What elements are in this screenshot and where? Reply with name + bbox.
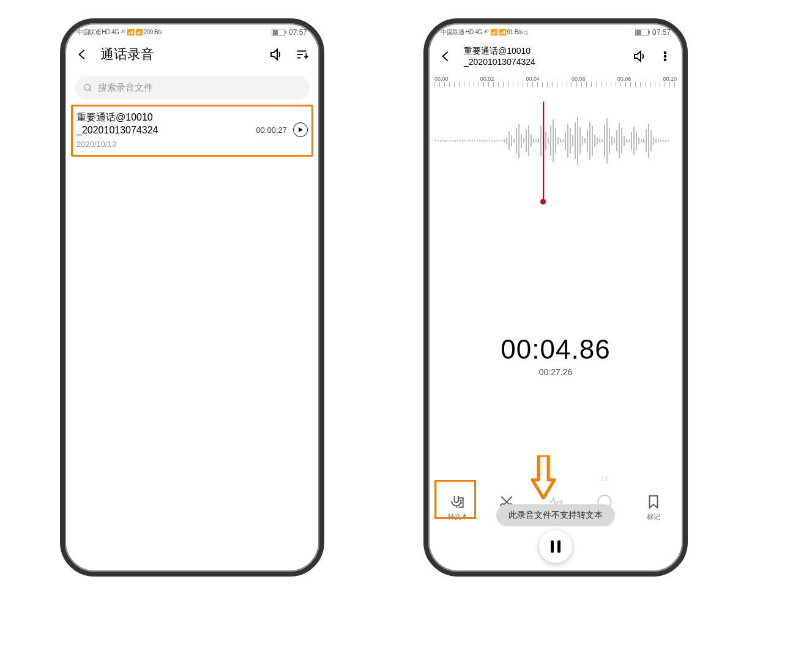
status-time: 07:57: [289, 28, 307, 37]
header: 重要通话@10010_20201013074324: [428, 37, 683, 76]
recording-name: 重要通话@10010 _20201013074324: [76, 111, 256, 137]
battery-icon: [635, 29, 649, 36]
page-title: 重要通话@10010_20201013074324: [464, 45, 622, 67]
status-carrier: 中国联通 HD 4G ⁴ᴳ 📶 📶 209 B/s: [77, 28, 162, 37]
sort-icon[interactable]: [294, 47, 310, 62]
volume-button: [323, 201, 324, 250]
svg-point-4: [665, 59, 666, 61]
back-icon[interactable]: [75, 47, 91, 62]
back-icon[interactable]: [438, 48, 454, 64]
search-icon: [83, 83, 93, 93]
header: 通话录音: [65, 37, 319, 72]
highlight-transcribe: [434, 480, 476, 519]
recording-list-item[interactable]: 重要通话@10010 _20201013074324 2020/10/13 00…: [71, 105, 313, 157]
phone-right: 中国联通 HD 4G ⁴ᴳ 📶 📶 91 B/s ◇ 07:57 重要通话@10…: [423, 18, 688, 577]
waveform: [434, 104, 677, 177]
waveform-area[interactable]: [428, 89, 683, 200]
status-bar: 中国联通 HD 4G ⁴ᴳ 📶 📶 91 B/s ◇ 07:57: [428, 23, 683, 37]
svg-point-3: [665, 56, 666, 58]
search-input[interactable]: 搜索录音文件: [75, 76, 310, 100]
status-bar: 中国联通 HD 4G ⁴ᴳ 📶 📶 209 B/s 07:57: [65, 23, 319, 37]
playhead[interactable]: [543, 102, 544, 200]
power-button: [60, 182, 61, 250]
svg-point-0: [84, 84, 90, 90]
phone-left: 中国联通 HD 4G ⁴ᴳ 📶 📶 209 B/s 07:57 通话录音 搜索录…: [60, 18, 324, 577]
speaker-icon[interactable]: [268, 47, 284, 62]
battery-icon: [272, 29, 285, 36]
bookmark-button[interactable]: 标记: [635, 494, 672, 521]
svg-point-2: [665, 52, 666, 54]
elapsed-time: 00:04.86: [428, 334, 683, 365]
page-title: 通话录音: [100, 45, 258, 64]
play-icon[interactable]: [293, 122, 308, 137]
recording-duration: 00:00:27: [256, 125, 287, 135]
volume-button: [323, 146, 324, 195]
svg-marker-1: [299, 127, 303, 132]
total-time: 00:27.26: [428, 367, 683, 377]
toast-message: 此录音文件不支持转文本: [496, 504, 615, 526]
pause-button[interactable]: [539, 530, 572, 563]
status-time: 07:57: [652, 28, 671, 37]
recording-date: 2020/10/13: [76, 140, 256, 149]
more-icon[interactable]: [657, 48, 673, 64]
status-carrier: 中国联通 HD 4G ⁴ᴳ 📶 📶 91 B/s ◇: [441, 28, 529, 37]
volume-button: [687, 146, 688, 195]
volume-button: [687, 201, 688, 250]
time-ruler: 00:00 00:02 00:04 00:06 00:08 00:10: [428, 76, 683, 82]
arrow-annotation: [531, 455, 556, 499]
power-button: [423, 182, 425, 250]
ruler-ticks: [434, 82, 677, 87]
search-placeholder: 搜索录音文件: [98, 82, 153, 94]
speaker-icon[interactable]: [631, 48, 647, 64]
